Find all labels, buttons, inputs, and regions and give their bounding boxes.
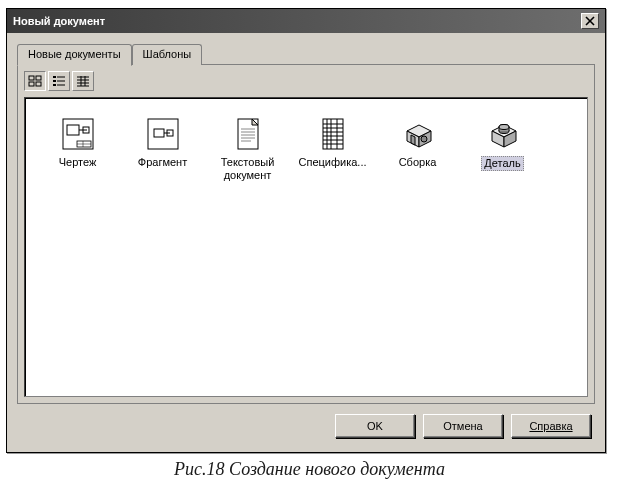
- view-list-button[interactable]: [48, 71, 70, 91]
- titlebar[interactable]: Новый документ: [7, 9, 605, 33]
- item-label: Сборка: [399, 156, 437, 169]
- file-list[interactable]: Чертеж Фрагмент: [24, 97, 588, 397]
- svg-point-50: [421, 136, 427, 142]
- assembly-icon: [400, 116, 436, 152]
- svg-rect-3: [36, 76, 41, 80]
- tab-label: Новые документы: [28, 48, 121, 60]
- tab-content: Чертеж Фрагмент: [18, 64, 594, 403]
- svg-rect-10: [53, 84, 56, 86]
- list-icon: [52, 75, 66, 87]
- tab-label: Шаблоны: [143, 48, 192, 60]
- item-drawing[interactable]: Чертеж: [35, 112, 120, 186]
- svg-rect-8: [53, 80, 56, 82]
- svg-rect-6: [53, 76, 56, 78]
- button-label: OK: [367, 420, 383, 432]
- item-label: Чертеж: [59, 156, 97, 169]
- item-assembly[interactable]: Сборка: [375, 112, 460, 186]
- item-label: Текстовый документ: [208, 156, 288, 182]
- button-label: Отмена: [443, 420, 482, 432]
- spec-icon: [315, 116, 351, 152]
- svg-rect-5: [36, 82, 41, 86]
- cancel-button[interactable]: Отмена: [423, 414, 503, 438]
- item-fragment[interactable]: Фрагмент: [120, 112, 205, 186]
- item-label: Специфика...: [299, 156, 367, 169]
- details-icon: [76, 75, 90, 87]
- item-label: Деталь: [481, 156, 523, 171]
- item-textdoc[interactable]: Текстовый документ: [205, 112, 290, 186]
- svg-point-55: [499, 125, 509, 130]
- dialog-body: Новые документы Шаблоны: [7, 33, 605, 452]
- tab-row: Новые документы Шаблоны: [17, 44, 595, 65]
- close-icon: [585, 16, 595, 26]
- close-button[interactable]: [581, 13, 599, 29]
- view-toolbar: [24, 71, 588, 91]
- svg-marker-49: [411, 135, 415, 145]
- window-title: Новый документ: [13, 15, 105, 27]
- figure-caption: Рис.18 Создание нового документа: [6, 459, 613, 480]
- tab-new-documents[interactable]: Новые документы: [17, 44, 132, 66]
- svg-rect-2: [29, 76, 34, 80]
- button-row: OK Отмена Справка: [17, 404, 595, 442]
- drawing-icon: [60, 116, 96, 152]
- part-icon: [485, 116, 521, 152]
- tab-panel: Чертеж Фрагмент: [17, 64, 595, 404]
- button-label: Справка: [529, 420, 572, 432]
- large-icons-icon: [28, 75, 42, 87]
- svg-rect-4: [29, 82, 34, 86]
- view-details-button[interactable]: [72, 71, 94, 91]
- item-part[interactable]: Деталь: [460, 112, 545, 186]
- item-label: Фрагмент: [138, 156, 187, 169]
- dialog-window: Новый документ Новые документы Шаблоны: [6, 8, 606, 453]
- tab-templates[interactable]: Шаблоны: [132, 44, 203, 65]
- item-spec[interactable]: Специфика...: [290, 112, 375, 186]
- ok-button[interactable]: OK: [335, 414, 415, 438]
- help-button[interactable]: Справка: [511, 414, 591, 438]
- textdoc-icon: [230, 116, 266, 152]
- view-large-icons-button[interactable]: [24, 71, 46, 91]
- fragment-icon: [145, 116, 181, 152]
